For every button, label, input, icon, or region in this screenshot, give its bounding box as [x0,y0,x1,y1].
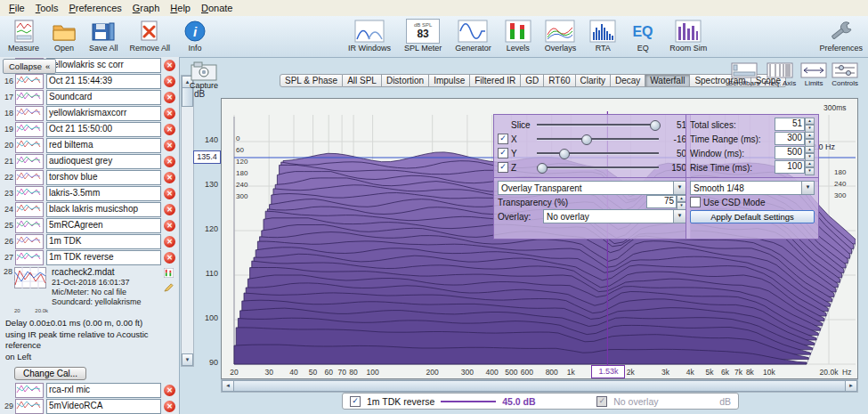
measurement-name-input[interactable]: red biltema [46,138,161,153]
measurement-thumbnail[interactable] [15,399,44,414]
measurement-thumbnail[interactable] [15,186,44,201]
change-cal-button[interactable]: Change Cal... [14,367,86,380]
overlay-visible-checkbox[interactable] [596,396,607,407]
menu-preferences[interactable]: Preferences [63,2,126,14]
measurement-name-input[interactable]: Oct 21 15:50:00 [46,122,161,137]
measurement-name-input[interactable]: 5mVideoRCA [46,399,161,414]
menu-donate[interactable]: Donate [196,2,238,14]
slice-slider-knob[interactable] [650,120,661,131]
delete-measurement-button[interactable]: ✕ [164,385,175,396]
toolbar-preferences-button[interactable]: Preferences [816,18,865,53]
capture-button[interactable]: Capture [187,61,221,90]
z-rotation-slider[interactable] [537,162,659,173]
measurement-name-input[interactable]: 5mRCAgreen [46,218,161,233]
delete-measurement-button[interactable]: ✕ [164,220,175,231]
toolbar-measure-button[interactable]: Measure [5,18,42,53]
menu-tools[interactable]: Tools [30,2,64,14]
measurement-scrollbar[interactable]: ▲ ▼ [181,75,194,367]
measurement-name-input[interactable]: Soundcard [46,90,161,105]
measurement-thumbnail[interactable] [15,234,44,249]
overlay-dropdown[interactable]: No overlay▼ [543,209,686,223]
measurement-name-input[interactable]: audioquest grey [46,154,161,169]
toolbar-levels-button[interactable]: Levels [502,18,534,53]
scroll-thumb[interactable] [182,87,193,107]
delete-measurement-button[interactable]: ✕ [164,60,175,71]
measurement-name-input[interactable]: yellowlakris sc corr [46,58,161,73]
delete-measurement-button[interactable]: ✕ [164,401,175,412]
delete-measurement-button[interactable]: ✕ [164,172,175,183]
scrollbars-button[interactable]: Scrollbars [728,62,760,87]
measurement-thumbnail[interactable] [15,106,44,121]
measurement-thumbnail[interactable] [15,90,44,105]
trace-options-icon[interactable] [164,268,177,280]
x-axis-checkbox[interactable] [498,134,508,144]
toolbar-ir-windows-button[interactable]: IR Windows [345,18,393,53]
x-slider-knob[interactable] [581,134,592,145]
tab-impulse[interactable]: Impulse [429,74,470,87]
measurement-name-input[interactable]: 1m TDK reverse [46,250,161,265]
time-range-input[interactable]: 300 [775,132,805,145]
edit-pencil-icon[interactable] [164,282,177,294]
trace-visible-checkbox[interactable] [350,396,361,407]
delete-measurement-button[interactable]: ✕ [164,236,175,248]
toolbar-overlays-button[interactable]: Overlays [542,18,580,53]
x-rotation-slider[interactable] [537,134,659,144]
measurement-thumbnail[interactable] [15,74,44,89]
window-ms-input[interactable]: 500 [775,146,805,159]
tab-gd[interactable]: GD [521,74,544,87]
window-up-button[interactable]: ▲ [805,146,815,154]
toolbar-room-sim-button[interactable]: Room Sim [667,18,710,53]
toolbar-generator-button[interactable]: Generator [452,18,494,53]
toolbar-open-button[interactable]: Open [48,18,80,53]
delete-measurement-button[interactable]: ✕ [164,140,175,151]
measurement-name-input[interactable]: torshov blue [46,170,161,185]
rise-time-up-button[interactable]: ▲ [805,160,815,168]
toolbar-spl-meter-button[interactable]: dB SPL83SPL Meter [402,18,444,53]
measurement-name-input[interactable]: Oct 21 15:44:39 [46,74,161,89]
tab-rt60[interactable]: RT60 [544,74,575,87]
use-csd-checkbox[interactable] [690,197,701,207]
measurement-thumbnail[interactable] [15,138,44,153]
delete-measurement-button[interactable]: ✕ [164,188,175,199]
scroll-thumb[interactable] [233,380,846,392]
slice-slider[interactable] [537,119,659,130]
z-axis-checkbox[interactable] [498,162,508,173]
measurement-thumbnail[interactable] [15,218,44,233]
toolbar-save-all-button[interactable]: Save All [86,18,121,53]
tab-filtered-ir[interactable]: Filtered IR [470,74,521,87]
delete-measurement-button[interactable]: ✕ [164,76,175,87]
scroll-down-button[interactable]: ▼ [182,353,193,366]
frequency-scrollbar[interactable]: ◄ ► [221,379,858,393]
delete-measurement-button[interactable]: ✕ [164,108,175,119]
toolbar-rta-button[interactable]: RTA [587,18,619,53]
delete-measurement-button[interactable]: ✕ [164,204,175,215]
tab-all-spl[interactable]: All SPL [343,74,382,87]
measurement-name-input[interactable]: yellowlakrismaxcorr [46,106,161,121]
measurement-name-input[interactable]: lakris-3.5mm [46,186,161,201]
delete-measurement-button[interactable]: ✕ [164,124,175,135]
time-range-up-button[interactable]: ▲ [805,132,815,140]
measurement-thumbnail[interactable] [15,170,44,185]
measurement-thumbnail[interactable] [15,202,44,217]
freq-axis-button[interactable]: Freq. Axis [765,62,797,87]
tab-clarity[interactable]: Clarity [576,74,611,87]
tab-spl-phase[interactable]: SPL & Phase [280,74,343,87]
measurement-thumbnail[interactable] [15,250,44,265]
rise-time-input[interactable]: 100 [775,160,805,174]
measurement-thumbnail[interactable] [15,122,44,137]
transparency-input[interactable]: 75 [646,195,677,208]
dropdown-arrow-icon[interactable]: ▼ [673,182,685,194]
toolbar-info-button[interactable]: iInfo [179,18,211,53]
measurement-name-input[interactable]: rca-rxl mic [46,383,161,398]
dropdown-arrow-icon[interactable]: ▼ [801,182,814,194]
measurement-thumbnail-large[interactable]: 2020.0k [14,267,48,315]
tab-distortion[interactable]: Distortion [382,74,429,87]
menu-graph[interactable]: Graph [127,2,166,14]
smoothing-dropdown[interactable]: Smooth 1/48▼ [690,181,815,195]
toolbar-remove-all-button[interactable]: Remove All [127,18,174,53]
delete-measurement-button[interactable]: ✕ [164,156,175,167]
measurement-name-input[interactable]: 1m TDK [46,234,161,249]
total-slices-up-button[interactable]: ▲ [805,118,815,126]
delete-measurement-button[interactable]: ✕ [164,92,175,103]
apply-default-settings-button[interactable]: Apply Default Settings [690,210,815,223]
